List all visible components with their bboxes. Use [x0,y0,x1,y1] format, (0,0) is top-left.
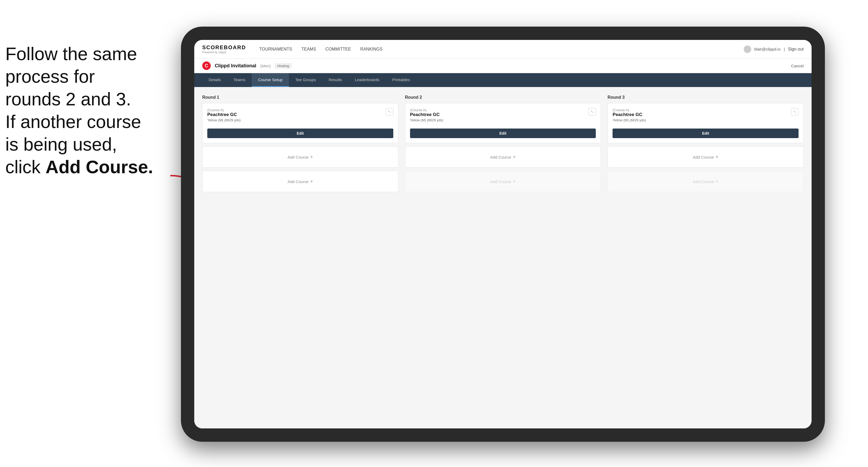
instruction-line3: rounds 2 and 3. [5,89,131,109]
instruction-line2: process for [5,66,95,87]
round-2-title: Round 2 [405,95,601,100]
round-2-add-course-2: Add Course + [405,171,601,192]
scoreboard-logo: SCOREBOARD Powered by clippd [202,44,246,54]
round-1-column: Round 1 (Course A) Peachtree GC Yellow (… [202,95,398,195]
round-1-delete-icon[interactable]: ␡ [386,108,393,116]
round-1-course-name: Peachtree GC [207,112,241,117]
instruction-line6: click [5,157,45,177]
rounds-grid: Round 1 (Course A) Peachtree GC Yellow (… [202,95,804,195]
sign-out-link[interactable]: Sign out [788,45,804,53]
round-2-edit-button[interactable]: Edit [410,128,596,138]
round-1-add-course-2[interactable]: Add Course + [202,171,398,192]
round-2-course-name: Peachtree GC [410,112,443,117]
logo-main-text: SCOREBOARD [202,44,246,51]
round-2-course-details: Yellow (M) (6629 yds) [410,118,443,122]
round-1-add-course-2-plus: + [310,179,313,184]
nav-tournaments[interactable]: TOURNAMENTS [259,45,292,53]
tab-teams[interactable]: Teams [227,73,252,87]
top-nav: SCOREBOARD Powered by clippd TOURNAMENTS… [194,40,812,59]
hosting-badge: Hosting [275,63,292,69]
cancel-button[interactable]: Cancel [791,64,804,68]
nav-teams[interactable]: TEAMS [302,45,316,53]
clippd-logo: C [202,61,211,70]
round-3-course-card: (Course A) Peachtree GC Yellow (M) (6629… [608,103,804,143]
round-3-add-course-1[interactable]: Add Course + [608,146,804,168]
tab-details[interactable]: Details [202,73,227,87]
round-3-course-name: Peachtree GC [613,112,646,117]
tab-bar: Details Teams Course Setup Tee Groups Re… [194,73,812,87]
user-avatar-icon [744,45,751,53]
round-3-add-course-1-plus: + [716,154,718,160]
round-1-add-course-2-text: Add Course [287,179,308,184]
sub-header: C Clippd Invitational (Men) Hosting Canc… [194,59,812,73]
round-2-column: Round 2 (Course A) Peachtree GC Yellow (… [405,95,601,195]
round-1-course-details: Yellow (M) (6629 yds) [207,118,241,122]
instruction-line5: is being used, [5,134,117,154]
tab-tee-groups[interactable]: Tee Groups [289,73,322,87]
round-1-course-card: (Course A) Peachtree GC Yellow (M) (6629… [202,103,398,143]
round-1-add-course-1-text: Add Course [287,155,308,159]
round-2-course-card: (Course A) Peachtree GC Yellow (M) (6629… [405,103,601,143]
round-3-add-course-2-text: Add Course [693,179,714,184]
round-3-add-course-2: Add Course + [608,171,804,192]
round-3-add-course-2-plus: + [716,179,718,184]
round-2-delete-icon[interactable]: ␡ [588,108,596,116]
tablet-device: SCOREBOARD Powered by clippd TOURNAMENTS… [181,27,825,442]
tab-printables[interactable]: Printables [386,73,416,87]
instruction-panel: Follow the same process for rounds 2 and… [5,42,160,178]
round-3-edit-button[interactable]: Edit [613,128,799,138]
round-2-add-course-1-text: Add Course [490,155,511,159]
tournament-name: Clippd Invitational [215,63,256,69]
round-2-course-label: (Course A) [410,108,443,112]
round-2-add-course-1-plus: + [513,154,516,160]
tab-leaderboards[interactable]: Leaderboards [348,73,386,87]
round-3-column: Round 3 (Course A) Peachtree GC Yellow (… [608,95,804,195]
round-1-edit-button[interactable]: Edit [207,128,393,138]
tournament-gender: (Men) [260,64,271,68]
round-1-add-course-1-plus: + [310,154,313,160]
round-1-course-info: (Course A) Peachtree GC Yellow (M) (6629… [207,108,241,126]
tab-course-setup[interactable]: Course Setup [252,73,289,87]
sub-header-left: C Clippd Invitational (Men) Hosting [202,61,292,70]
round-3-title: Round 3 [608,95,804,100]
round-2-add-course-2-text: Add Course [490,179,511,184]
round-1-course-label: (Course A) [207,108,241,112]
instruction-line1: Follow the same [5,44,137,64]
user-email: blair@clippd.io [754,47,781,51]
nav-committee[interactable]: COMMITTEE [326,45,351,53]
nav-links: TOURNAMENTS TEAMS COMMITTEE RANKINGS [259,45,382,53]
round-3-course-details: Yellow (M) (6629 yds) [613,118,646,122]
round-3-add-course-1-text: Add Course [693,155,714,159]
round-3-course-header: (Course A) Peachtree GC Yellow (M) (6629… [613,108,799,126]
tab-results[interactable]: Results [322,73,348,87]
instruction-line4: If another course [5,112,141,132]
nav-separator: | [784,47,785,51]
round-1-course-header: (Course A) Peachtree GC Yellow (M) (6629… [207,108,393,126]
instruction-bold: Add Course. [45,157,153,177]
round-2-add-course-2-plus: + [513,179,516,184]
round-2-add-course-1[interactable]: Add Course + [405,146,601,168]
nav-rankings[interactable]: RANKINGS [360,45,383,53]
top-nav-left: SCOREBOARD Powered by clippd TOURNAMENTS… [202,44,382,54]
logo-sub-text: Powered by clippd [202,51,246,54]
round-3-course-info: (Course A) Peachtree GC Yellow (M) (6629… [613,108,646,126]
main-content: Round 1 (Course A) Peachtree GC Yellow (… [194,87,812,428]
round-3-course-label: (Course A) [613,108,646,112]
round-2-course-header: (Course A) Peachtree GC Yellow (M) (6629… [410,108,596,126]
round-1-title: Round 1 [202,95,398,100]
round-1-add-course-1[interactable]: Add Course + [202,146,398,168]
top-nav-right: blair@clippd.io | Sign out [744,45,804,53]
round-3-delete-icon[interactable]: ␡ [791,108,799,116]
round-2-course-info: (Course A) Peachtree GC Yellow (M) (6629… [410,108,443,126]
tablet-screen: SCOREBOARD Powered by clippd TOURNAMENTS… [194,40,812,428]
